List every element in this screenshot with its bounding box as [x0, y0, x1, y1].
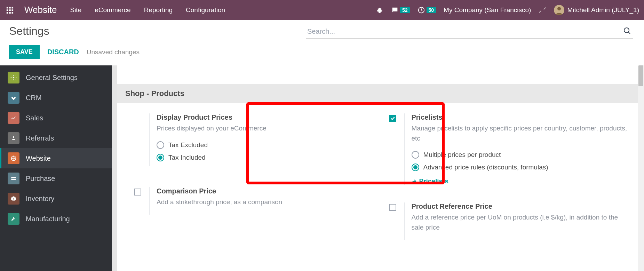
checkbox[interactable] [134, 189, 141, 196]
radio-label: Advanced price rules (discounts, formula… [423, 164, 548, 171]
radio-label: Tax Included [168, 154, 206, 161]
sidebar-item-manufacturing[interactable]: Manufacturing [0, 209, 117, 229]
pricelists-link[interactable]: Pricelists [412, 177, 630, 185]
radio-tax-excluded[interactable]: Tax Excluded [157, 141, 375, 149]
search-icon[interactable] [623, 27, 631, 36]
setting-comparison-price: Comparison Price Add a strikethrough pri… [134, 187, 375, 215]
handshake-icon [8, 92, 19, 104]
section-header: Shop - Products [117, 84, 644, 103]
scrollbar[interactable] [638, 65, 644, 271]
apps-icon[interactable] [5, 5, 15, 15]
menu-site[interactable]: Site [70, 6, 81, 14]
setting-desc: Manage pricelists to apply specific pric… [412, 123, 630, 143]
box-icon [8, 193, 19, 205]
bug-icon[interactable] [376, 6, 383, 14]
gear-icon [8, 72, 19, 83]
page-title: Settings [9, 25, 49, 38]
topbar-right: 52 50 My Company (San Francisco) Mitchel… [376, 5, 639, 15]
setting-desc: Add a strikethrough price, as a comparis… [157, 197, 375, 207]
menu-ecommerce[interactable]: eCommerce [95, 6, 130, 14]
sidebar-item-referrals[interactable]: Referrals [0, 128, 117, 148]
sidebar-item-label: General Settings [26, 74, 78, 82]
discard-button[interactable]: DISCARD [47, 48, 79, 56]
sidebar-item-inventory[interactable]: Inventory [0, 189, 117, 209]
svg-point-12 [624, 28, 629, 33]
svg-rect-6 [7, 12, 8, 14]
radio-label: Tax Excluded [168, 141, 208, 149]
radio-icon [412, 164, 419, 171]
globe-icon [8, 152, 19, 164]
sidebar-item-general[interactable]: General Settings [0, 67, 117, 88]
setting-desc: Add a reference price per UoM on product… [412, 213, 630, 232]
save-button[interactable]: SAVE [9, 45, 40, 59]
settings-col-left: Display Product Prices Prices displayed … [127, 113, 382, 257]
setting-pricelists: Pricelists Manage pricelists to apply sp… [389, 113, 630, 185]
tools-icon[interactable] [539, 6, 546, 14]
top-menu: Site eCommerce Reporting Configuration [70, 6, 225, 14]
activities-indicator[interactable]: 50 [418, 6, 436, 14]
setting-display-prices: Display Product Prices Prices displayed … [134, 113, 375, 166]
svg-point-14 [13, 77, 15, 79]
svg-rect-18 [11, 178, 16, 179]
user-name: Mitchell Admin (JULY_1) [567, 6, 639, 14]
link-label: Pricelists [419, 177, 449, 185]
chart-icon [8, 112, 19, 124]
sidebar-item-purchase[interactable]: Purchase [0, 168, 117, 189]
page-header: Settings [0, 20, 644, 39]
search-input[interactable] [306, 25, 633, 39]
user-menu[interactable]: Mitchell Admin (JULY_1) [554, 5, 639, 15]
settings-content: Shop - Products Display Product Prices P… [117, 65, 644, 271]
sidebar-item-label: Website [26, 154, 51, 162]
scrollbar-thumb[interactable] [638, 65, 643, 86]
radio-icon [157, 154, 164, 161]
setting-reference-price: Product Reference Price Add a reference … [389, 202, 630, 240]
action-bar: SAVE DISCARD Unsaved changes [0, 39, 644, 65]
svg-point-15 [13, 136, 15, 138]
sidebar-item-crm[interactable]: CRM [0, 88, 117, 108]
sidebar-item-website[interactable]: Website [0, 148, 117, 168]
avatar [554, 5, 564, 15]
messages-badge: 52 [400, 7, 410, 13]
setting-title: Comparison Price [157, 187, 375, 195]
svg-rect-0 [7, 7, 8, 8]
svg-rect-2 [12, 7, 14, 8]
main-area: General Settings CRM Sales Referrals Web… [0, 65, 644, 271]
svg-rect-8 [12, 12, 14, 14]
svg-rect-7 [9, 12, 11, 14]
setting-desc: Prices displayed on your eCommerce [157, 123, 375, 134]
top-navbar: Website Site eCommerce Reporting Configu… [0, 0, 644, 20]
svg-rect-4 [9, 9, 11, 11]
sidebar-item-label: Purchase [26, 175, 55, 183]
company-selector[interactable]: My Company (San Francisco) [444, 6, 531, 14]
sidebar-item-sales[interactable]: Sales [0, 108, 117, 128]
sidebar-item-label: Inventory [26, 195, 54, 203]
svg-rect-1 [9, 7, 11, 8]
app-brand[interactable]: Website [24, 5, 57, 15]
radio-multiple-prices[interactable]: Multiple prices per product [412, 151, 630, 159]
menu-reporting[interactable]: Reporting [144, 6, 173, 14]
sidebar-item-label: Manufacturing [26, 215, 70, 223]
svg-point-11 [557, 7, 561, 10]
setting-title: Pricelists [412, 113, 630, 121]
sidebar-item-label: Referrals [26, 134, 54, 142]
settings-col-right: Pricelists Manage pricelists to apply sp… [382, 113, 637, 257]
card-icon [8, 173, 19, 184]
radio-label: Multiple prices per product [423, 151, 501, 159]
unsaved-status: Unsaved changes [87, 48, 140, 56]
activities-badge: 50 [427, 7, 436, 13]
svg-rect-3 [7, 9, 8, 11]
checkbox[interactable] [389, 115, 396, 122]
radio-icon [157, 141, 164, 149]
messages-indicator[interactable]: 52 [391, 6, 410, 14]
sidebar-item-label: CRM [26, 94, 42, 102]
checkbox[interactable] [389, 204, 396, 211]
wrench-icon [8, 213, 19, 225]
radio-advanced-rules[interactable]: Advanced price rules (discounts, formula… [412, 164, 630, 171]
radio-icon [412, 151, 419, 159]
menu-configuration[interactable]: Configuration [186, 6, 225, 14]
svg-line-13 [628, 32, 630, 34]
settings-sidebar: General Settings CRM Sales Referrals Web… [0, 65, 117, 271]
setting-title: Product Reference Price [412, 202, 630, 210]
people-icon [8, 132, 19, 144]
radio-tax-included[interactable]: Tax Included [157, 154, 375, 161]
